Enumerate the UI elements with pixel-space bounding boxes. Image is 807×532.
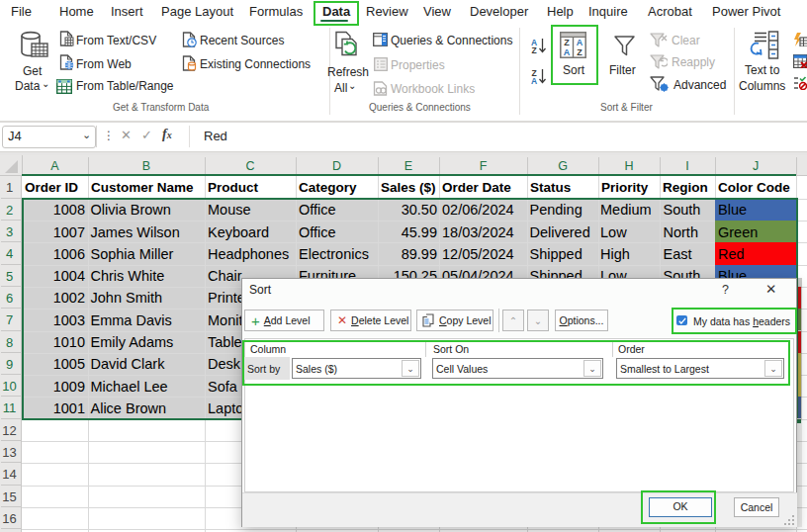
svg-text:A: A <box>531 76 537 85</box>
svg-text:Z: Z <box>531 45 536 54</box>
